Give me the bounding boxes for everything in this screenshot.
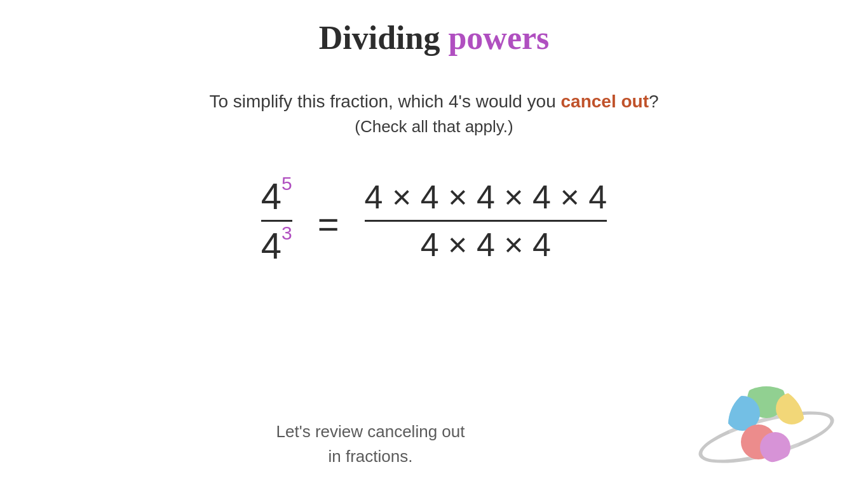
check-all-text: (Check all that apply.) (0, 117, 868, 137)
review-line1: Let's review canceling out (276, 419, 465, 444)
planet-body (728, 386, 804, 463)
question-before: To simplify this fraction, which 4's wou… (209, 92, 560, 111)
right-numerator: 4 × 4 × 4 × 4 × 4 (365, 178, 607, 220)
question-area: To simplify this fraction, which 4's wou… (0, 92, 868, 137)
question-after: ? (649, 92, 659, 111)
planet-overlay (728, 386, 804, 463)
review-line2: in fractions. (276, 444, 465, 469)
fraction-right: 4 × 4 × 4 × 4 × 4 4 × 4 × 4 (365, 178, 607, 264)
title-powers: powers (448, 20, 549, 56)
cancel-out-highlight: cancel out (561, 92, 649, 111)
fraction-bar-left (261, 220, 292, 222)
planet-logo (703, 380, 830, 482)
review-text: Let's review canceling out in fractions. (276, 419, 465, 469)
equals-sign: = (318, 206, 339, 243)
question-text: To simplify this fraction, which 4's wou… (0, 92, 868, 112)
left-denominator: 43 (261, 224, 292, 267)
math-area: 45 43 = 4 × 4 × 4 × 4 × 4 4 × 4 × 4 (0, 175, 868, 267)
page-title: Dividing powers (0, 19, 868, 57)
fraction-left: 45 43 (261, 175, 292, 267)
right-denominator: 4 × 4 × 4 (421, 222, 551, 264)
left-numerator: 45 (261, 175, 292, 217)
title-dividing: Dividing (319, 20, 449, 56)
